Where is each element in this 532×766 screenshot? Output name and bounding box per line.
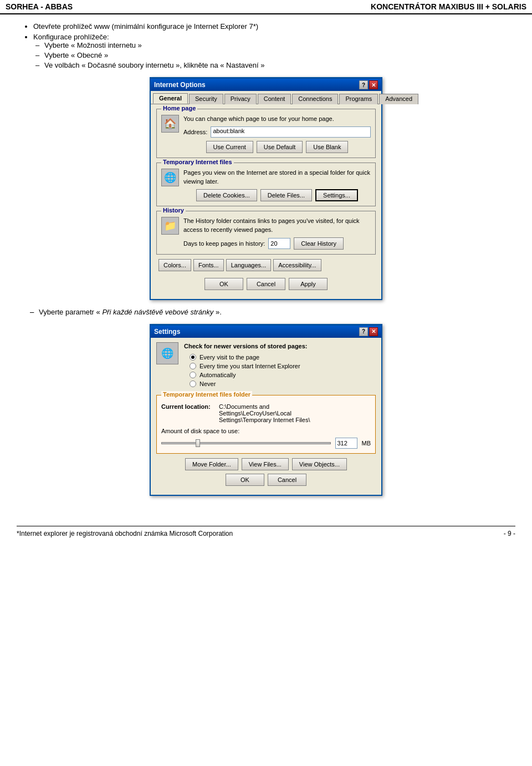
settings-bottom-buttons: Move Folder... View Files... View Object… bbox=[156, 458, 376, 470]
check-newer-label: Check for newer versions of stored pages… bbox=[184, 342, 376, 351]
radio-every-visit[interactable] bbox=[190, 354, 196, 361]
current-location-row: Current location: C:\Documents andSettin… bbox=[161, 403, 371, 423]
use-current-button[interactable]: Use Current bbox=[206, 141, 253, 153]
slider-row: 312 MB bbox=[161, 438, 371, 449]
tab-privacy[interactable]: Privacy bbox=[224, 94, 257, 104]
radio-label-4: Never bbox=[200, 381, 216, 387]
address-row: Address: about:blank bbox=[183, 126, 371, 138]
files-icon: 🌐 bbox=[161, 169, 179, 186]
intro-bullet-2: Konfigurace prohlížeče: Vyberte « Možnos… bbox=[33, 33, 515, 69]
radio-item-3: Automatically bbox=[190, 372, 376, 378]
slider-thumb[interactable] bbox=[196, 439, 200, 447]
temp-folder-group: Temporary Internet files folder Current … bbox=[156, 395, 376, 454]
settings-content: 🌐 Check for newer versions of stored pag… bbox=[151, 338, 381, 495]
dialog-tabs: General Security Privacy Content Connect… bbox=[151, 91, 381, 104]
tab-content[interactable]: Content bbox=[258, 94, 291, 104]
use-default-button[interactable]: Use Default bbox=[257, 141, 303, 153]
radio-item-2: Every time you start Internet Explorer bbox=[190, 363, 376, 369]
intro-bullets: Otevřete prohlížeč www (minimální konfig… bbox=[17, 22, 515, 69]
history-group: History 📁 The History folder contains li… bbox=[156, 211, 376, 255]
tab-security[interactable]: Security bbox=[189, 94, 223, 104]
radio-label-2: Every time you start Internet Explorer bbox=[200, 363, 300, 369]
move-folder-button[interactable]: Move Folder... bbox=[185, 458, 238, 470]
view-files-button[interactable]: View Files... bbox=[242, 458, 289, 470]
radio-every-start[interactable] bbox=[190, 363, 196, 369]
cancel-button[interactable]: Cancel bbox=[247, 278, 285, 290]
view-objects-button[interactable]: View Objects... bbox=[292, 458, 347, 470]
header-left: SORHEA - ABBAS bbox=[6, 2, 73, 11]
tab-advanced[interactable]: Advanced bbox=[379, 94, 418, 104]
tab-general[interactable]: General bbox=[153, 93, 188, 104]
disk-space-spinbox[interactable]: 312 bbox=[335, 438, 357, 449]
days-spinbox[interactable]: 20 bbox=[268, 238, 290, 249]
dash-item-1: Vyberte « Možnosti internetu » bbox=[44, 41, 515, 49]
middle-dash-item: – Vyberte parametr « Při každé návštěvě … bbox=[39, 308, 515, 316]
middle-dash-items: – Vyberte parametr « Při každé návštěvě … bbox=[28, 308, 515, 316]
clear-history-button[interactable]: Clear History bbox=[294, 237, 344, 250]
delete-cookies-button[interactable]: Delete Cookies... bbox=[196, 189, 257, 201]
internet-options-dialog: Internet Options ? ✕ General Security Pr… bbox=[150, 77, 382, 300]
radio-automatically[interactable] bbox=[190, 372, 196, 378]
footer-note: *Internet explorer je registrovaná obcho… bbox=[17, 530, 233, 537]
settings-ok-button[interactable]: OK bbox=[226, 474, 264, 486]
history-text-area: The History folder contains links to pag… bbox=[183, 217, 371, 250]
home-buttons: Use Current Use Default Use Blank bbox=[183, 141, 371, 153]
home-page-content: 🏠 You can change which page to use for y… bbox=[161, 115, 371, 153]
dialog-titlebar: Internet Options ? ✕ bbox=[151, 79, 381, 91]
use-blank-button[interactable]: Use Blank bbox=[306, 141, 348, 153]
days-label: Days to keep pages in history: bbox=[183, 240, 265, 247]
delete-files-button[interactable]: Delete Files... bbox=[260, 189, 312, 201]
tab-content-area: Home page 🏠 You can change which page to… bbox=[151, 104, 381, 299]
intro-bullet-1: Otevřete prohlížeč www (minimální konfig… bbox=[33, 22, 515, 31]
dash-item-3: Ve volbách « Dočasné soubory internetu »… bbox=[44, 61, 515, 69]
temp-files-group: Temporary Internet files 🌐 Pages you vie… bbox=[156, 163, 376, 206]
home-icon: 🏠 bbox=[161, 115, 179, 133]
apply-button[interactable]: Apply bbox=[289, 278, 328, 290]
current-location-value: C:\Documents andSettings\LeCroyUser\Loca… bbox=[219, 403, 310, 423]
radio-label-1: Every visit to the page bbox=[200, 354, 259, 361]
settings-button[interactable]: Settings... bbox=[315, 189, 358, 201]
home-page-group: Home page 🏠 You can change which page to… bbox=[156, 109, 376, 158]
page-footer: *Internet explorer je registrovaná obcho… bbox=[17, 526, 515, 537]
temp-folder-label: Temporary Internet files folder bbox=[161, 391, 252, 398]
middle-text: Vyberte parametr « Při každé návštěvě ve… bbox=[39, 308, 222, 316]
dialog-title: Internet Options bbox=[154, 81, 206, 89]
slider-track[interactable] bbox=[161, 442, 331, 444]
history-label: History bbox=[161, 207, 186, 214]
disk-space-unit: MB bbox=[362, 440, 371, 447]
settings-cancel-button[interactable]: Cancel bbox=[268, 474, 306, 486]
ok-button[interactable]: OK bbox=[204, 278, 243, 290]
close-button[interactable]: ✕ bbox=[369, 80, 378, 89]
current-location-label: Current location: bbox=[161, 403, 217, 423]
settings-help-button[interactable]: ? bbox=[359, 327, 368, 336]
radio-group: Every visit to the page Every time you s… bbox=[184, 354, 376, 387]
radio-label-3: Automatically bbox=[200, 372, 236, 378]
accessibility-button[interactable]: Accessibility... bbox=[273, 259, 321, 271]
help-button[interactable]: ? bbox=[359, 80, 368, 89]
history-content: 📁 The History folder contains links to p… bbox=[161, 217, 371, 250]
address-textbox[interactable]: about:blank bbox=[211, 126, 371, 138]
page-header: SORHEA - ABBAS KONCENTRÁTOR MAXIBUS III … bbox=[0, 0, 532, 14]
history-days-row: Days to keep pages in history: 20 Clear … bbox=[183, 237, 371, 250]
fonts-button[interactable]: Fonts... bbox=[193, 259, 224, 271]
temp-files-content: 🌐 Pages you view on the Internet are sto… bbox=[161, 169, 371, 201]
history-icon: 📁 bbox=[161, 217, 179, 235]
settings-close-button[interactable]: ✕ bbox=[369, 327, 378, 336]
settings-action-buttons: OK Cancel bbox=[156, 470, 376, 490]
tab-programs[interactable]: Programs bbox=[339, 94, 378, 104]
tab-connections[interactable]: Connections bbox=[292, 94, 338, 104]
address-label: Address: bbox=[183, 129, 207, 135]
temp-folder-content: Current location: C:\Documents andSettin… bbox=[161, 403, 371, 449]
settings-dialog: Settings ? ✕ 🌐 Check for newer versions … bbox=[150, 324, 382, 496]
radio-never[interactable] bbox=[190, 381, 196, 387]
settings-titlebar: Settings ? ✕ bbox=[151, 326, 381, 338]
check-newer-content: Check for newer versions of stored pages… bbox=[184, 342, 376, 389]
internet-options-screenshot: Internet Options ? ✕ General Security Pr… bbox=[17, 77, 515, 300]
disk-space-label: Amount of disk space to use: bbox=[161, 428, 371, 434]
colors-button[interactable]: Colors... bbox=[158, 259, 191, 271]
titlebar-buttons: ? ✕ bbox=[359, 80, 378, 89]
languages-button[interactable]: Languages... bbox=[226, 259, 272, 271]
settings-icon: 🌐 bbox=[156, 342, 178, 364]
settings-title: Settings bbox=[154, 328, 180, 336]
radio-item-1: Every visit to the page bbox=[190, 354, 376, 361]
